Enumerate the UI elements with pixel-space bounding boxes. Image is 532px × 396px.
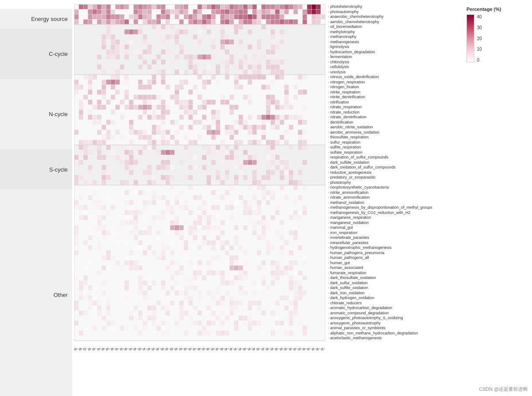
legend-tick-20: 20 [477,36,482,41]
right-label-item: · dark_hydrogen_oxidation [328,296,532,301]
legend-title: Percentage (%) [466,7,528,12]
right-label-item: · nitrate_denitrification [328,115,532,120]
right-label-item: · dark_sulfite_oxidation [328,286,532,291]
right-label-item: · sulfate_respiration [328,150,532,155]
right-label-item: · aromatic_hydrocarbon_degradation [328,306,532,311]
row-group-label-other: Other [0,189,72,396]
right-label-item: · dark_thiosulfate_oxidation [328,275,532,281]
legend-tick-40: 40 [477,14,482,19]
right-label-item: · dark_oxidation_of_sulfur_compounds [328,165,532,170]
right-label-item: · nitrate_respiration [328,105,532,110]
right-label-item: · cellulolysis [328,65,532,70]
right-label-item: · nitrogen_respiration [328,80,532,85]
right-label-item: · dark_sulfur_oxidation [328,281,532,286]
legend-area: Percentage (%) 40 30 20 10 0 [466,7,528,62]
right-label-item: · hydrogenotrophic_methanogenesis [328,245,532,251]
right-label-item: · reductive_acetogenesis [328,170,532,176]
right-label-item: · aliphatic_non_methane_hydrocarbon_degr… [328,331,532,336]
right-label-item: · methanol_oxidation [328,200,532,206]
right-label-item: · aerobic_ammonia_oxidation [328,130,532,135]
right-label-item: · nitrite_denitrification [328,95,532,100]
right-label-item: · anoxygenic_photoautotrophy_S_oxidizing [328,316,532,321]
right-label-item: · animal_parasites_or_symbionts [328,326,532,331]
right-label-item: · mammal_gut [328,225,532,231]
right-label-item: · human_pathogens_pneumonia [328,251,532,256]
right-label-item: · intracellular_parasites [328,241,532,246]
x-axis-labels-area [74,348,325,383]
right-label-item: · manganese_oxidation [328,220,532,226]
right-label-item: · dark_sulfide_oxidation [328,160,532,165]
right-label-item: · human_associated [328,265,532,271]
right-label-item: · nitrogen_fixation [328,85,532,90]
right-label-item: · manganese_respiration [328,215,532,220]
right-label-item: · sulfur_respiration [328,140,532,145]
right-label-item: · nitrate_ammonification [328,195,532,200]
right-label-item: · methanogenesis_by_CO2_reduction_with_H… [328,210,532,216]
right-label-item: · anoxygenic_photoautotrophy [328,321,532,326]
right-label-item: · aromatic_compound_degradation [328,311,532,316]
right-label-item: · nitrous_oxide_denitrification [328,75,532,80]
row-group-label-energy: Energy source [0,9,72,29]
legend-tick-30: 30 [477,25,482,30]
right-label-item: · fumarate_respiration [328,271,532,276]
right-label-item: · human_gut [328,261,532,266]
right-label-item: · nonphotosynthetic_cyanobacteria [328,185,532,190]
right-label-item: · methanogenesis_by_disproportionation_o… [328,205,532,210]
attribution: CSDN @还是要前进啊 [479,386,528,393]
right-label-item: · nitrite_respiration [328,90,532,95]
heatmap-area [74,4,325,380]
legend-tick-10: 10 [477,47,482,52]
heatmap-canvas [74,4,325,341]
right-label-item: · predatory_or_exoparasitic [328,175,532,180]
right-label-item: · aerobic_nitrite_oxidation [328,125,532,130]
main-container: · photoheterotrophy· photoautotrophy· an… [0,0,532,380]
right-label-item: · nitrification [328,100,532,105]
x-axis-canvas [74,348,325,383]
right-label-item: · invertebrate_parasites [328,235,532,241]
legend-gradient-bar [466,14,474,62]
right-label-item: · denitrification [328,120,532,125]
right-label-item: · respiration_of_sulfur_compounds [328,155,532,160]
right-label-item: · dark_iron_oxidation [328,291,532,296]
row-group-label-scycle: S-cycle [0,149,72,189]
right-label-item: · thiosulfate_respiration [328,135,532,140]
right-label-item: · phototrophy [328,180,532,186]
legend-tick-labels: 40 30 20 10 0 [476,14,483,62]
row-group-label-ccycle: C-cycle [0,29,72,79]
right-label-item: · iron_respiration [328,231,532,236]
right-label-item: · human_pathogens_all [328,255,532,261]
right-label-item: · acetoclastic_methanogenesis [328,336,532,341]
right-label-item: · ureolysis [328,70,532,75]
right-label-item: · sulfite_respiration [328,145,532,150]
right-label-item: · nitrate_reduction [328,110,532,115]
legend-tick-0: 0 [477,58,482,62]
row-group-label-ncycle: N-cycle [0,79,72,149]
right-label-item: · chlorate_reducers [328,301,532,306]
right-label-item: · nitrite_ammonification [328,190,532,196]
